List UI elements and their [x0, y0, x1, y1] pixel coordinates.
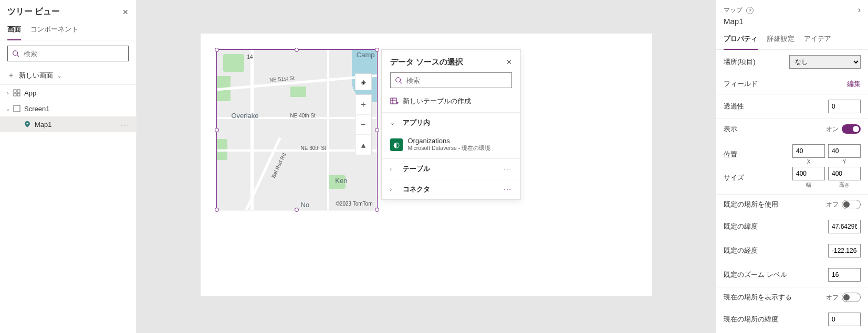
- edit-fields-link[interactable]: 編集: [847, 79, 861, 89]
- more-icon[interactable]: ···: [504, 166, 511, 172]
- chevron-right-icon: ›: [390, 166, 398, 172]
- tab-ideas[interactable]: アイデア: [804, 31, 831, 49]
- size-h-input[interactable]: [828, 167, 861, 180]
- zoom-out-button[interactable]: −: [355, 115, 371, 135]
- default-zoom-input[interactable]: [828, 268, 861, 282]
- prop-label-fields: フィールド: [724, 79, 758, 89]
- item-sub: Microsoft Dataverse - 現在の環境: [408, 145, 491, 152]
- tree-node-map[interactable]: Map1 ···: [0, 116, 136, 132]
- canvas[interactable]: Camp NE 51st St NE 40th St NE 30th St Be…: [137, 0, 716, 333]
- map-attribution: ©2023 TomTom: [336, 201, 373, 207]
- resize-handle[interactable]: [375, 128, 379, 132]
- current-lat-input[interactable]: [828, 313, 861, 326]
- tree-node-app[interactable]: › App: [0, 85, 136, 101]
- svg-rect-5: [17, 93, 20, 96]
- tab-properties[interactable]: プロパティ: [724, 31, 758, 50]
- plus-icon: ＋: [7, 71, 15, 80]
- map-icon: [23, 120, 32, 128]
- section-connectors[interactable]: › コネクタ ···: [382, 179, 520, 199]
- default-lat-input[interactable]: [828, 220, 861, 233]
- section-in-app[interactable]: ⌄ アプリ内: [382, 113, 520, 133]
- resize-handle[interactable]: [295, 208, 299, 212]
- close-icon[interactable]: ✕: [122, 8, 129, 16]
- resize-handle[interactable]: [375, 208, 379, 212]
- svg-line-1: [17, 55, 19, 57]
- svg-rect-6: [14, 105, 20, 112]
- tree-view-title: ツリー ビュー: [7, 6, 60, 17]
- data-source-search[interactable]: [390, 72, 512, 88]
- svg-point-8: [395, 78, 400, 82]
- toggle-state-text: オン: [826, 125, 839, 134]
- size-w-input[interactable]: [792, 167, 825, 180]
- chevron-down-icon: ⌄: [390, 120, 398, 126]
- chevron-right-icon[interactable]: ›: [858, 5, 861, 15]
- section-tables[interactable]: › テーブル ···: [382, 159, 520, 179]
- more-icon[interactable]: ···: [504, 186, 511, 192]
- section-label: コネクタ: [403, 185, 499, 194]
- svg-rect-2: [14, 90, 16, 92]
- map-area-label: Overlake: [232, 112, 259, 120]
- svg-rect-4: [14, 93, 16, 96]
- dim-label: 高さ: [839, 181, 850, 189]
- resize-handle[interactable]: [215, 48, 219, 52]
- location-items-select[interactable]: なし: [789, 55, 861, 69]
- map-area-label: Ken: [335, 177, 347, 185]
- svg-point-0: [13, 51, 18, 56]
- zoom-in-button[interactable]: ＋: [355, 95, 371, 115]
- transparency-input[interactable]: [828, 100, 861, 113]
- axis-label: X: [807, 159, 811, 165]
- pitch-button[interactable]: ▴: [355, 135, 371, 155]
- svg-line-9: [400, 82, 402, 84]
- prop-label-default-zoom: 既定のズーム レベル: [724, 270, 787, 280]
- prop-label-visible: 表示: [724, 124, 737, 134]
- chevron-right-icon: ›: [390, 186, 398, 192]
- close-icon[interactable]: ✕: [506, 58, 512, 66]
- map-tiles: Camp NE 51st St NE 40th St NE 30th St Be…: [217, 50, 377, 210]
- data-source-title: データ ソースの選択: [390, 57, 463, 67]
- locate-icon[interactable]: ◈: [355, 73, 372, 90]
- tree-label: Map1: [35, 121, 119, 128]
- section-label: アプリ内: [403, 118, 512, 127]
- dim-label: 幅: [806, 181, 811, 189]
- map-control-selected[interactable]: Camp NE 51st St NE 40th St NE 30th St Be…: [216, 49, 378, 210]
- resize-handle[interactable]: [215, 208, 219, 212]
- prop-label-transparency: 透過性: [724, 102, 744, 111]
- svg-point-7: [27, 123, 28, 124]
- data-source-search-input[interactable]: [402, 77, 507, 84]
- resize-handle[interactable]: [295, 48, 299, 52]
- prop-label-location-items: 場所(項目): [724, 57, 756, 67]
- show-current-toggle[interactable]: [842, 293, 861, 302]
- new-table-label: 新しいテーブルの作成: [403, 96, 471, 106]
- position-y-input[interactable]: [828, 144, 861, 158]
- chevron-down-icon: ⌄: [4, 106, 12, 112]
- help-icon[interactable]: ?: [746, 7, 754, 14]
- resize-handle[interactable]: [375, 48, 379, 52]
- new-table-button[interactable]: 新しいテーブルの作成: [382, 93, 520, 112]
- prop-label-default-lat: 既定の緯度: [724, 222, 758, 231]
- use-default-location-toggle[interactable]: [842, 200, 861, 209]
- data-source-popup: データ ソースの選択 ✕ 新しいテーブルの作成 ⌄ アプリ内 ◐: [381, 49, 521, 200]
- tab-advanced[interactable]: 詳細設定: [767, 31, 794, 49]
- tree-search[interactable]: [7, 46, 129, 61]
- tree-node-screen[interactable]: ⌄ Screen1: [0, 101, 136, 116]
- dataverse-icon: ◐: [390, 138, 403, 151]
- tab-components[interactable]: コンポーネント: [30, 22, 78, 40]
- new-screen-button[interactable]: ＋ 新しい画面 ⌄: [0, 67, 136, 84]
- prop-label-size: サイズ: [724, 173, 744, 182]
- default-lng-input[interactable]: [828, 244, 861, 257]
- chevron-down-icon: ⌄: [57, 73, 61, 79]
- more-icon[interactable]: ···: [119, 121, 132, 128]
- resize-handle[interactable]: [215, 128, 219, 132]
- artboard-screen1[interactable]: Camp NE 51st St NE 40th St NE 30th St Be…: [201, 34, 652, 296]
- data-source-item-organizations[interactable]: ◐ Organizations Microsoft Dataverse - 現在…: [382, 133, 520, 158]
- table-plus-icon: [390, 97, 399, 105]
- toggle-state-text: オフ: [826, 293, 839, 302]
- map-area-label: No: [301, 201, 310, 209]
- position-x-input[interactable]: [792, 144, 825, 158]
- visible-toggle[interactable]: [842, 124, 861, 134]
- map-route-label: 14: [247, 54, 253, 60]
- tree-search-input[interactable]: [19, 50, 124, 58]
- tab-screens[interactable]: 画面: [7, 22, 21, 40]
- map-street-label: NE 40th St: [290, 113, 316, 119]
- tree-label: Screen1: [24, 105, 132, 113]
